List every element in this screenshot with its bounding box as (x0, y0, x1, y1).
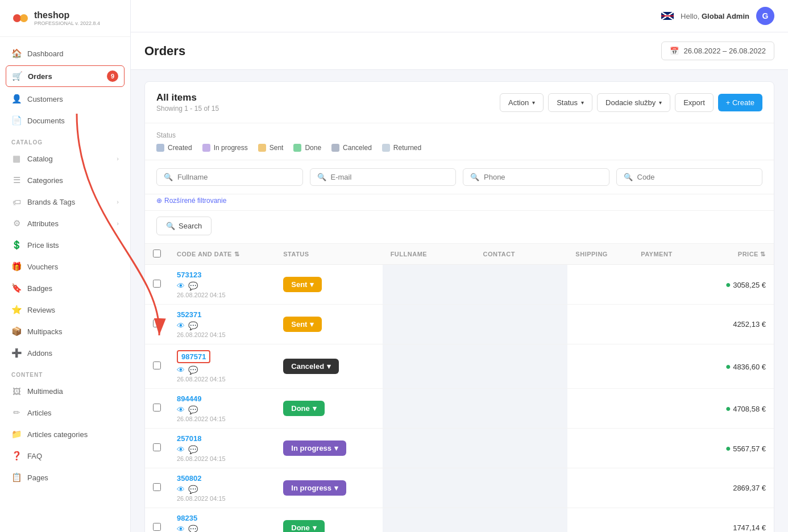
message-icon[interactable]: 💬 (188, 405, 198, 414)
sidebar-item-articles-categories[interactable]: 📁 Articles categories (0, 423, 130, 445)
message-icon[interactable]: 💬 (188, 281, 198, 290)
email-input[interactable] (331, 173, 449, 181)
row-checkbox[interactable] (153, 280, 161, 288)
message-icon[interactable]: 💬 (188, 445, 198, 454)
export-button[interactable]: Export (675, 93, 714, 112)
cell-contact (475, 265, 568, 305)
message-icon[interactable]: 💬 (188, 485, 198, 494)
order-code[interactable]: 573123 (177, 271, 201, 279)
fullname-input[interactable] (177, 173, 296, 181)
app-version: PROFESSIONAL v. 2022.8.4 (34, 20, 100, 26)
select-all-checkbox[interactable] (153, 250, 161, 257)
status-button-row[interactable]: Sent ▾ (283, 277, 322, 292)
order-code[interactable]: 987571 (177, 350, 210, 363)
file-icon: 📄 (11, 115, 22, 126)
cell-code-date: 352371 👁 💬 26.08.2022 04:15 (169, 305, 275, 344)
status-chip-returned[interactable]: Returned (382, 144, 421, 152)
status-button-row[interactable]: In progress ▾ (283, 440, 346, 456)
sidebar-item-reviews[interactable]: ⭐ Reviews (0, 299, 130, 321)
status-button-row[interactable]: Canceled ▾ (283, 359, 339, 374)
status-button-row[interactable]: Done ▾ (283, 401, 325, 416)
order-date: 26.08.2022 04:15 (177, 331, 267, 338)
sidebar-item-multipacks[interactable]: 📦 Multipacks (0, 321, 130, 342)
cell-shipping (567, 344, 633, 389)
phone-input[interactable] (484, 173, 602, 181)
sidebar-item-badges[interactable]: 🔖 Badges (0, 277, 130, 299)
order-code[interactable]: 98235 (177, 514, 197, 522)
sidebar-item-addons[interactable]: ➕ Addons (0, 342, 130, 364)
cell-code-date: 573123 👁 💬 26.08.2022 04:15 (169, 265, 275, 305)
view-icon[interactable]: 👁 (177, 281, 185, 290)
order-code[interactable]: 350802 (177, 474, 201, 483)
cell-status: Sent ▾ (275, 305, 382, 344)
sidebar-item-pages[interactable]: 📋 Pages (0, 467, 130, 488)
view-icon[interactable]: 👁 (177, 525, 185, 532)
sidebar-item-articles[interactable]: ✏ Articles (0, 402, 130, 423)
sidebar-item-orders[interactable]: 🛒 Orders 9 (6, 65, 125, 87)
sidebar-item-dashboard[interactable]: 🏠 Dashboard (0, 43, 130, 64)
date-range-button[interactable]: 📅 26.08.2022 – 26.08.2022 (661, 41, 774, 60)
view-icon[interactable]: 👁 (177, 405, 185, 414)
cell-fullname (383, 429, 475, 468)
row-checkbox[interactable] (153, 404, 161, 412)
delivery-button[interactable]: Dodacie služby ▾ (597, 93, 670, 112)
view-icon[interactable]: 👁 (177, 321, 185, 330)
row-actions: 👁 💬 (177, 405, 267, 414)
action-button[interactable]: Action ▾ (500, 93, 544, 112)
cell-payment (633, 305, 697, 344)
pencil-icon: ✏ (11, 408, 22, 418)
sidebar-item-faq[interactable]: ❓ FAQ (0, 445, 130, 467)
status-chip-created[interactable]: Created (156, 144, 192, 152)
message-icon[interactable]: 💬 (188, 321, 198, 330)
sidebar-item-catalog[interactable]: ▦ Catalog › (0, 148, 130, 169)
sidebar-item-brands-tags[interactable]: 🏷 Brands & Tags › (0, 191, 130, 213)
row-checkbox[interactable] (153, 523, 161, 531)
order-code[interactable]: 894449 (177, 394, 201, 403)
sidebar-item-attributes[interactable]: ⚙ Attributes › (0, 213, 130, 234)
status-button[interactable]: Status ▾ (548, 93, 592, 112)
create-button[interactable]: + Create (718, 94, 762, 111)
view-icon[interactable]: 👁 (177, 485, 185, 494)
status-dot-done (293, 144, 301, 152)
row-checkbox[interactable] (153, 319, 161, 327)
list-icon: ☰ (11, 175, 22, 185)
sidebar-item-multimedia[interactable]: 🖼 Multimedia (0, 380, 130, 402)
status-chip-canceled[interactable]: Canceled (331, 144, 372, 152)
language-flag[interactable] (661, 12, 674, 20)
cell-status: Done ▾ (275, 389, 382, 429)
message-icon[interactable]: 💬 (188, 365, 198, 375)
sidebar-item-label: Documents (27, 117, 65, 125)
order-code[interactable]: 352371 (177, 310, 201, 319)
search-button[interactable]: 🔍 Search (156, 217, 211, 235)
status-button-row[interactable]: In progress ▾ (283, 480, 346, 496)
row-checkbox[interactable] (153, 361, 161, 369)
sidebar-item-price-lists[interactable]: 💲 Price lists (0, 234, 130, 256)
sidebar-item-vouchers[interactable]: 🎁 Vouchers (0, 256, 130, 277)
sliders-icon: ⚙ (11, 218, 22, 228)
status-button-row[interactable]: Done ▾ (283, 520, 325, 532)
advanced-filter-link[interactable]: ⊕ Rozšírené filtrovanie (156, 197, 762, 205)
code-input[interactable] (637, 173, 756, 181)
avatar[interactable]: G (756, 7, 774, 25)
sidebar-item-customers[interactable]: 👤 Customers (0, 88, 130, 110)
row-checkbox[interactable] (153, 483, 161, 491)
view-icon[interactable]: 👁 (177, 365, 185, 375)
sidebar-item-documents[interactable]: 📄 Documents (0, 110, 130, 131)
message-icon[interactable]: 💬 (188, 525, 198, 532)
cell-payment (633, 344, 697, 389)
row-actions: 👁 💬 (177, 525, 267, 532)
order-code[interactable]: 257018 (177, 434, 201, 443)
status-chip-sent[interactable]: Sent (258, 144, 284, 152)
view-icon[interactable]: 👁 (177, 445, 185, 454)
cell-price: ● 3058,25 € (697, 265, 774, 305)
sidebar-item-label: Categories (27, 176, 63, 185)
email-search-wrap: 🔍 (310, 168, 457, 186)
row-checkbox[interactable] (153, 443, 161, 451)
person-icon: 👤 (11, 94, 22, 104)
status-button-row[interactable]: Sent ▾ (283, 317, 322, 332)
svg-point-0 (13, 14, 21, 22)
sidebar-item-label: Badges (27, 284, 52, 293)
sidebar-item-categories[interactable]: ☰ Categories (0, 169, 130, 191)
status-chip-done[interactable]: Done (293, 144, 321, 152)
status-chip-in-progress[interactable]: In progress (202, 144, 248, 152)
